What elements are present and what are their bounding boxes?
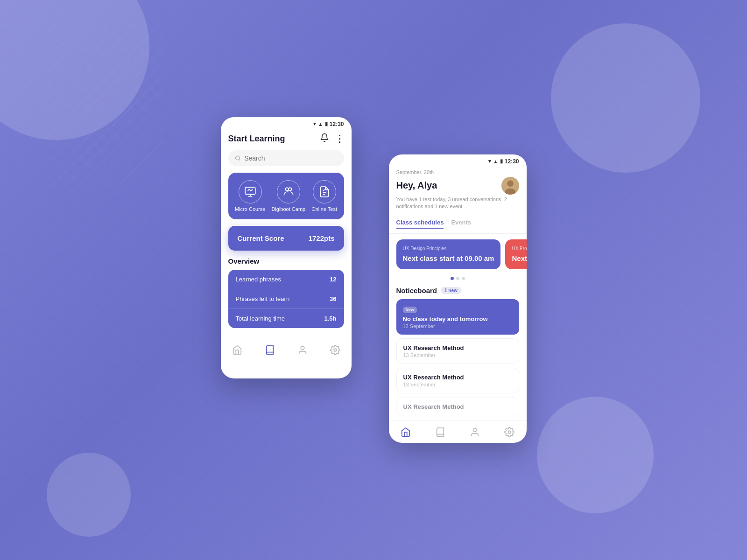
score-label: Current Score xyxy=(238,234,284,242)
tab-events[interactable]: Events xyxy=(451,219,471,229)
phone-1: ▾ ▲ ▮ 12:30 Start Learning ⋮ xyxy=(221,117,352,378)
overview-value-1: 12 xyxy=(330,276,336,283)
digiboot-icon-wrap xyxy=(277,180,300,203)
more-icon[interactable]: ⋮ xyxy=(335,133,344,144)
svg-point-17 xyxy=(473,428,476,432)
bg-decoration-3 xyxy=(537,397,654,513)
svg-point-18 xyxy=(508,431,511,434)
notice-date-1: 12 September xyxy=(403,323,513,329)
nav2-home[interactable] xyxy=(401,427,411,437)
notice-item-2[interactable]: UX Research Method 13 September xyxy=(396,338,519,364)
nav2-book[interactable] xyxy=(435,427,445,437)
greeting-text: Hey, Alya xyxy=(396,180,437,191)
nav2-settings[interactable] xyxy=(504,427,514,437)
svg-point-3 xyxy=(235,156,239,160)
class-card-blue[interactable]: UX Design Principles Next class start at… xyxy=(396,239,501,270)
svg-line-4 xyxy=(239,159,240,160)
micro-course-label: Micro Course xyxy=(235,206,265,212)
bg-decoration-2 xyxy=(551,23,700,173)
bg-decoration-4 xyxy=(47,453,131,537)
wifi-icon-2: ▾ xyxy=(488,158,491,164)
presentation-icon xyxy=(244,186,256,198)
phone1-header: Start Learning ⋮ xyxy=(221,129,352,150)
notice-item-1[interactable]: New No class today and tomorrow 12 Septe… xyxy=(396,299,519,335)
notice-items-list: New No class today and tomorrow 12 Septe… xyxy=(389,299,527,416)
notice-item-3[interactable]: UX Research Method 13 September xyxy=(396,368,519,393)
user-avatar[interactable] xyxy=(501,177,519,195)
notice-title-4: UX Research Method xyxy=(403,403,512,410)
class-card-subtitle-1: UX Design Principles xyxy=(403,246,494,251)
svg-point-13 xyxy=(334,349,337,351)
overview-row-1: Learned phrases 12 xyxy=(228,270,344,289)
class-cards-row: UX Design Principles Next class start at… xyxy=(389,234,527,275)
nav-person-1[interactable] xyxy=(297,345,308,357)
avatar-image xyxy=(501,177,519,195)
bell-icon[interactable] xyxy=(320,133,329,145)
noticeboard-header: Noticeboard 1 new xyxy=(389,285,527,299)
phone-2: ▾ ▲ ▮ 12:30 September, 20th Hey, Alya Yo… xyxy=(389,154,527,443)
notice-title-2: UX Research Method xyxy=(403,344,512,351)
overview-label-3: Total learning time xyxy=(236,315,285,322)
phones-container: ▾ ▲ ▮ 12:30 Start Learning ⋮ xyxy=(221,117,527,443)
page-title: Start Learning xyxy=(228,134,285,144)
svg-point-8 xyxy=(285,188,289,191)
battery-icon: ▮ xyxy=(325,121,328,127)
group-icon xyxy=(282,186,295,198)
micro-course-icon-wrap xyxy=(239,180,262,203)
header-icons: ⋮ xyxy=(320,133,344,145)
status-bar-1: ▾ ▲ ▮ 12:30 xyxy=(221,117,352,129)
nav-home[interactable] xyxy=(232,345,242,357)
new-badge: 1 new xyxy=(441,287,461,294)
svg-point-15 xyxy=(507,180,513,186)
greeting-row: Hey, Alya xyxy=(396,177,519,195)
overview-label-1: Learned phrases xyxy=(236,276,282,283)
online-test-label: Online Test xyxy=(311,206,337,212)
nav-settings-1[interactable] xyxy=(330,345,340,357)
dot-2 xyxy=(456,277,459,280)
nav-book[interactable] xyxy=(265,345,275,357)
search-icon xyxy=(235,155,241,161)
schedule-tabs: Class schedules Events xyxy=(389,215,527,234)
document-check-icon xyxy=(318,186,331,198)
phone2-bottom-nav xyxy=(389,420,527,443)
category-micro-course[interactable]: Micro Course xyxy=(235,180,265,212)
time-display-2: 12:30 xyxy=(505,158,519,165)
digiboot-label: Digiboot Camp xyxy=(271,206,305,212)
signal-icon: ▲ xyxy=(318,121,323,127)
category-online-test[interactable]: Online Test xyxy=(311,180,337,212)
score-value: 1722pts xyxy=(309,234,335,242)
card-pagination-dots xyxy=(389,275,527,285)
overview-value-3: 1.5h xyxy=(324,315,336,322)
categories-section: Micro Course Digiboot Camp xyxy=(228,173,344,219)
date-label: September, 20th xyxy=(396,169,519,175)
svg-point-9 xyxy=(289,188,292,191)
overview-row-3: Total learning time 1.5h xyxy=(228,309,344,328)
notice-title-1: No class today and tomorrow xyxy=(403,315,513,322)
noticeboard-title: Noticeboard xyxy=(396,287,437,294)
overview-card: Learned phrases 12 Phrases left to learn… xyxy=(228,270,344,328)
signal-icon-2: ▲ xyxy=(493,159,498,164)
notice-new-label: New xyxy=(403,307,417,313)
notice-item-4[interactable]: UX Research Method xyxy=(396,397,519,416)
nav2-person[interactable] xyxy=(470,427,480,437)
category-digiboot[interactable]: Digiboot Camp xyxy=(271,180,305,212)
class-card-red[interactable]: UX Prototyping Next class start at 11.00… xyxy=(505,239,526,270)
overview-title: Overview xyxy=(221,257,352,270)
bg-decoration-1 xyxy=(0,0,149,140)
notice-title-3: UX Research Method xyxy=(403,374,512,381)
svg-point-12 xyxy=(301,346,304,350)
tab-class-schedules[interactable]: Class schedules xyxy=(396,219,444,229)
time-display-1: 12:30 xyxy=(330,121,344,127)
status-bar-2: ▾ ▲ ▮ 12:30 xyxy=(389,154,527,167)
score-card[interactable]: Current Score 1722pts xyxy=(228,226,344,251)
greeting-subtext: You have 1 test today, 3 unread conversa… xyxy=(396,196,519,210)
search-bar[interactable] xyxy=(228,150,344,166)
class-card-title-1: Next class start at 09.00 am xyxy=(403,254,494,263)
online-test-icon-wrap xyxy=(313,180,336,203)
search-input[interactable] xyxy=(244,154,337,162)
overview-label-2: Phrases left to learn xyxy=(236,295,290,302)
overview-value-2: 36 xyxy=(330,295,336,302)
notice-date-2: 13 September xyxy=(403,352,512,358)
battery-icon-2: ▮ xyxy=(500,158,503,164)
class-card-subtitle-2: UX Prototyping xyxy=(512,246,526,251)
